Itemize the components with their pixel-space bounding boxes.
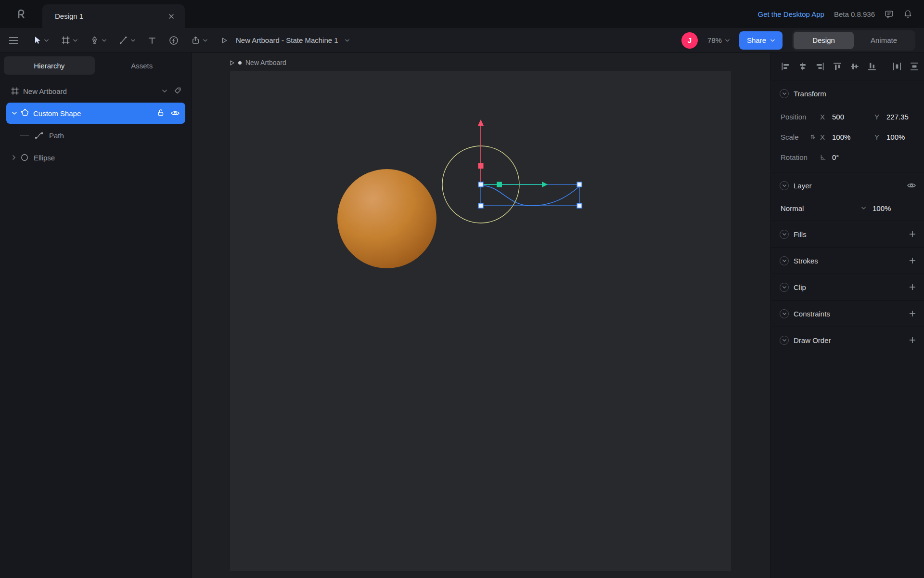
artboard-play-icon[interactable] [230,60,234,66]
beta-version: Beta 0.8.936 [834,10,875,18]
tree-item-label: Custom Shape [33,109,81,118]
disclosure-chevron-icon[interactable] [780,336,789,345]
corner-handle-bottom-left[interactable] [478,203,483,208]
chevron-down-icon[interactable] [12,112,17,115]
x-axis-label: X [820,133,832,141]
hierarchy-panel: Hierarchy Assets New Artboard [0,53,192,578]
disclosure-chevron-icon[interactable] [780,89,789,98]
section-title: Strokes [794,257,818,265]
tree-item-path[interactable]: Path [0,124,191,146]
position-y-field[interactable]: 227.35 [886,113,924,121]
tag-icon[interactable] [174,87,181,96]
align-top-icon[interactable] [833,62,842,71]
tree-item-artboard[interactable]: New Artboard [0,80,191,102]
scale-y-field[interactable]: 100% [886,133,924,141]
select-tool-button[interactable] [33,36,49,45]
inspector-panel: Transform Position X 500 Y 227.35 Scale [770,53,924,578]
tab-assets[interactable]: Assets [97,56,188,75]
unlock-icon[interactable] [157,109,165,118]
pen-tool-icon [90,36,99,45]
disclosure-chevron-icon[interactable] [780,256,789,265]
export-button[interactable] [191,36,207,45]
alignment-toolbar [771,53,924,80]
pen-tool-button[interactable] [90,36,106,45]
add-draw-order-plus-icon[interactable] [909,337,916,343]
scale-x-field[interactable]: 100% [832,133,874,141]
layer-opacity-field[interactable]: 100% [873,204,891,212]
corner-handle-top-left[interactable] [478,182,483,187]
selected-path-curve[interactable] [481,185,579,206]
artboard-tool-button[interactable] [61,36,77,45]
canvas[interactable]: New Artboard [192,53,770,578]
blend-mode-select[interactable]: Normal [781,204,873,212]
section-constraints-header[interactable]: Constraints [771,301,924,327]
section-fills-header[interactable]: Fills [771,221,924,247]
design-mode-button[interactable]: Design [794,32,854,49]
section-transform: Transform Position X 500 Y 227.35 Scale [771,80,924,172]
close-icon[interactable] [166,11,177,22]
align-center-vertical-icon[interactable] [850,62,860,71]
artboard-surface[interactable] [230,71,731,571]
shape-tool-button[interactable] [119,36,135,45]
add-constraint-plus-icon[interactable] [909,310,916,317]
text-tool-button[interactable] [148,36,156,45]
chevron-right-icon[interactable] [13,155,15,160]
user-avatar[interactable]: J [681,32,698,49]
y-axis-label: Y [874,133,886,141]
y-axis-arrow-icon[interactable] [478,119,484,126]
angle-icon [820,154,832,160]
selection-overlay[interactable] [230,71,731,571]
export-icon [191,36,200,45]
tab-hierarchy[interactable]: Hierarchy [4,56,95,75]
disclosure-chevron-icon[interactable] [780,230,789,239]
x-axis-arrow-icon[interactable] [542,182,548,187]
disclosure-chevron-icon[interactable] [780,181,789,190]
chevron-down-icon [725,39,730,42]
rive-logo[interactable] [0,0,42,28]
add-clip-plus-icon[interactable] [909,284,916,290]
position-x-field[interactable]: 500 [832,113,874,121]
align-left-icon[interactable] [781,62,790,71]
visibility-eye-icon[interactable] [171,109,180,118]
notifications-bell-icon[interactable] [903,10,912,19]
section-layer-header[interactable]: Layer [771,172,924,198]
animate-mode-button[interactable]: Animate [854,32,914,49]
tree-item-label: Path [49,131,64,140]
y-axis-handle[interactable] [478,163,484,169]
section-clip-header[interactable]: Clip [771,274,924,300]
distribute-vertical-icon[interactable] [910,62,919,71]
chevron-down-icon [73,39,77,42]
disclosure-chevron-icon[interactable] [780,309,789,318]
get-desktop-app-link[interactable]: Get the Desktop App [758,10,824,18]
artboard-header[interactable]: New Artboard [230,59,286,66]
x-axis-label: X [820,113,832,121]
add-stroke-plus-icon[interactable] [909,257,916,264]
state-machine-selector[interactable]: New Artboard - State Machine 1 [220,36,349,45]
document-tab[interactable]: Design 1 [42,4,185,28]
chevron-down-icon [203,39,207,42]
corner-handle-bottom-right[interactable] [577,203,582,208]
rotation-field[interactable]: 0° [832,153,874,161]
main-menu-button[interactable] [9,37,18,44]
share-button[interactable]: Share [739,31,783,50]
disclosure-chevron-icon[interactable] [780,283,789,292]
section-transform-header[interactable]: Transform [771,80,924,106]
zoom-control[interactable]: 78% [707,36,730,44]
distribute-horizontal-icon[interactable] [892,62,902,71]
scale-link-icon[interactable] [810,133,820,140]
section-strokes-header[interactable]: Strokes [771,248,924,274]
tree-item-ellipse[interactable]: Ellipse [0,146,191,169]
hamburger-icon [9,37,18,44]
align-center-horizontal-icon[interactable] [798,62,808,71]
corner-handle-top-right[interactable] [577,182,582,187]
chevron-down-icon[interactable] [162,90,167,92]
layer-visibility-eye-icon[interactable] [907,183,916,188]
events-tool-button[interactable] [169,36,179,45]
align-bottom-icon[interactable] [867,62,877,71]
tree-item-custom-shape[interactable]: Custom Shape [6,103,185,124]
origin-handle[interactable] [497,182,502,187]
feedback-icon[interactable] [885,10,894,19]
add-fill-plus-icon[interactable] [909,231,916,237]
section-draw-order-header[interactable]: Draw Order [771,327,924,353]
align-right-icon[interactable] [815,62,825,71]
